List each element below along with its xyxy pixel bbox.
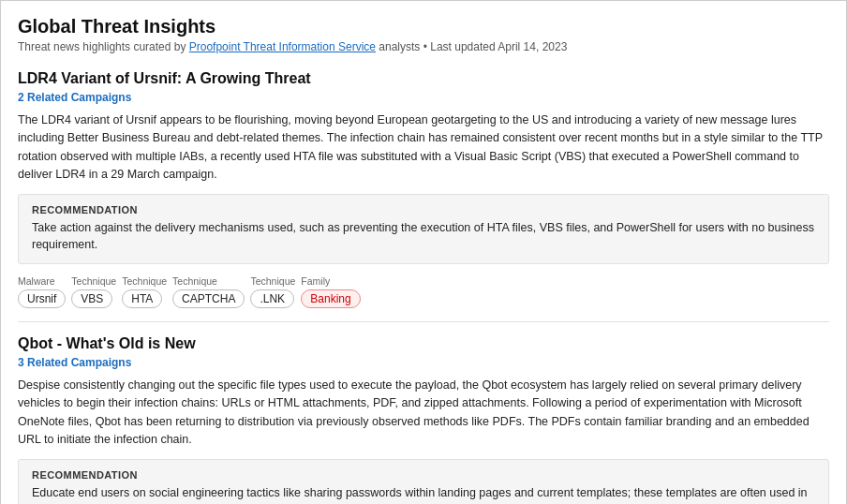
tag-label-ldr4-5: Family — [301, 275, 330, 287]
tag-group-ldr4-0: MalwareUrsnif — [18, 275, 66, 308]
tag-value-ldr4-2[interactable]: HTA — [122, 289, 162, 308]
recommendation-text-ldr4: Take action against the delivery mechani… — [32, 219, 815, 255]
subtitle-pre: Threat news highlights curated by — [18, 40, 189, 53]
recommendation-text-qbot: Educate end users on social engineering … — [32, 484, 815, 505]
proofpoint-link[interactable]: Proofpoint Threat Information Service — [189, 40, 376, 53]
recommendation-box-qbot: RECOMMENDATIONEducate end users on socia… — [18, 459, 829, 505]
tag-value-ldr4-5[interactable]: Banking — [301, 289, 360, 308]
threat-section-qbot: Qbot - What's Old is New3 Related Campai… — [18, 335, 829, 504]
subtitle: Threat news highlights curated by Proofp… — [18, 40, 829, 53]
tag-group-ldr4-2: TechniqueHTA — [122, 275, 167, 308]
tag-group-ldr4-3: TechniqueCAPTCHA — [172, 275, 245, 308]
threat-title-qbot: Qbot - What's Old is New — [18, 335, 829, 352]
recommendation-label-qbot: RECOMMENDATION — [32, 469, 815, 481]
threats-container: LDR4 Variant of Ursnif: A Growing Threat… — [18, 70, 829, 504]
tag-value-ldr4-3[interactable]: CAPTCHA — [172, 289, 245, 308]
tag-label-ldr4-2: Technique — [122, 275, 167, 287]
subtitle-post: analysts • Last updated April 14, 2023 — [376, 40, 567, 53]
tag-group-ldr4-1: TechniqueVBS — [71, 275, 116, 308]
threat-title-ldr4: LDR4 Variant of Ursnif: A Growing Threat — [18, 70, 829, 87]
page-title: Global Threat Insights — [18, 16, 829, 37]
threat-section-ldr4: LDR4 Variant of Ursnif: A Growing Threat… — [18, 70, 829, 308]
tag-label-ldr4-3: Technique — [172, 275, 217, 287]
recommendation-box-ldr4: RECOMMENDATIONTake action against the de… — [18, 194, 829, 265]
tag-label-ldr4-1: Technique — [71, 275, 116, 287]
tag-group-ldr4-5: FamilyBanking — [301, 275, 360, 308]
tag-label-ldr4-4: Technique — [250, 275, 295, 287]
recommendation-label-ldr4: RECOMMENDATION — [32, 204, 815, 215]
tag-value-ldr4-0[interactable]: Ursnif — [18, 289, 66, 308]
related-campaigns-ldr4[interactable]: 2 Related Campaigns — [18, 91, 829, 104]
related-campaigns-qbot[interactable]: 3 Related Campaigns — [18, 356, 829, 369]
tag-group-ldr4-4: Technique.LNK — [250, 275, 295, 308]
tag-value-ldr4-4[interactable]: .LNK — [250, 289, 294, 308]
tag-value-ldr4-1[interactable]: VBS — [71, 289, 112, 308]
threat-description-qbot: Despise consistently changing out the sp… — [18, 377, 829, 450]
threat-description-ldr4: The LDR4 variant of Ursnif appears to be… — [18, 111, 829, 185]
tags-row-ldr4: MalwareUrsnifTechniqueVBSTechniqueHTATec… — [18, 275, 829, 308]
tag-label-ldr4-0: Malware — [18, 275, 55, 287]
section-divider — [18, 321, 829, 322]
